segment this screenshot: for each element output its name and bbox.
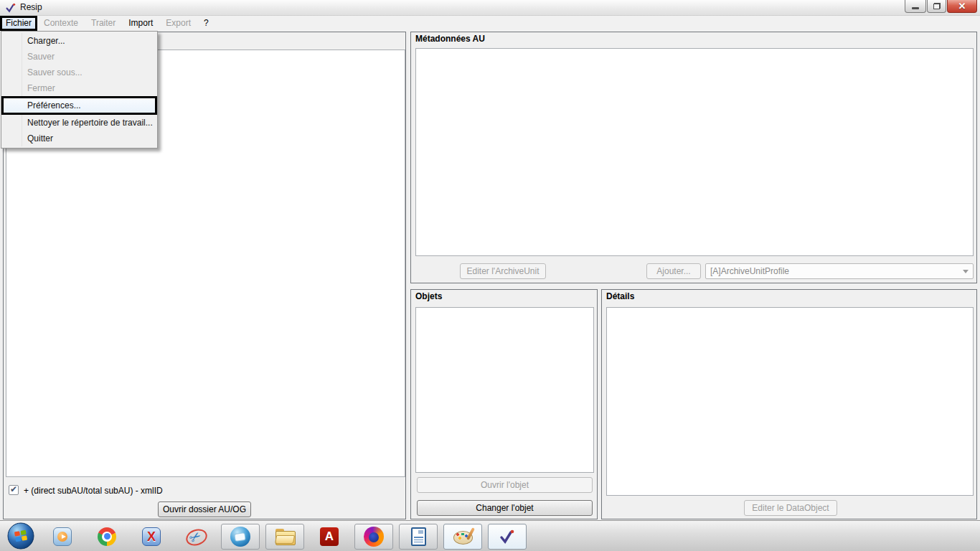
menu-export[interactable]: Export	[159, 16, 197, 31]
taskbar-paint-button[interactable]	[443, 524, 482, 550]
taskbar-chrome-button[interactable]	[88, 524, 126, 550]
resip-icon	[499, 528, 516, 545]
menu-item-charger[interactable]: Charger...	[1, 33, 157, 49]
add-button[interactable]: Ajouter...	[646, 263, 701, 279]
subau-checkbox[interactable]	[9, 485, 19, 495]
file-menu-dropdown: Charger... Sauver Sauver sous... Fermer …	[1, 31, 158, 149]
taskbar-acrobat-button[interactable]: A	[310, 524, 349, 550]
open-au-og-folder-button[interactable]: Ouvrir dossier AU/OG	[158, 501, 251, 517]
objects-list[interactable]	[415, 307, 594, 473]
close-icon: ✕	[958, 1, 966, 12]
taskbar-xapp-button[interactable]: X	[132, 524, 171, 550]
menu-import[interactable]: Import	[122, 16, 159, 31]
metadata-panel: Métadonnées AU Editer l'ArchiveUnit Ajou…	[410, 32, 977, 283]
resip-app-icon	[5, 2, 17, 14]
acrobat-reader-icon: A	[320, 527, 339, 546]
titlebar: Resip ✕	[0, 0, 980, 16]
details-view[interactable]	[606, 307, 974, 496]
edit-archiveunit-button[interactable]: Editer l'ArchiveUnit	[460, 263, 546, 279]
menu-item-sauver[interactable]: Sauver	[1, 49, 157, 65]
menu-traiter[interactable]: Traiter	[85, 16, 122, 31]
menu-item-preferences[interactable]: Préférences...	[1, 96, 157, 115]
menu-contexte[interactable]: Contexte	[37, 16, 85, 31]
open-object-button[interactable]: Ouvrir l'objet	[417, 477, 593, 493]
menu-item-quitter[interactable]: Quitter	[1, 131, 157, 146]
firefox-icon	[364, 527, 384, 547]
taskbar-firefox-button[interactable]	[354, 524, 393, 550]
taskbar-resip-button[interactable]	[488, 524, 527, 550]
details-panel: Détails Editer le DataObject	[601, 289, 977, 519]
x-app-icon: X	[142, 527, 161, 546]
menu-help[interactable]: ?	[197, 16, 215, 31]
minimize-icon	[912, 7, 919, 9]
objects-panel: Objets Ouvrir l'objet Changer l'objet	[410, 289, 598, 519]
details-panel-title: Détails	[606, 291, 634, 301]
change-object-button[interactable]: Changer l'objet	[417, 500, 593, 516]
restore-button[interactable]	[927, 0, 946, 13]
taskbar-writer-button[interactable]	[399, 524, 438, 550]
libreoffice-writer-icon	[411, 527, 426, 546]
taskbar-explorer-button[interactable]	[265, 524, 304, 550]
restore-icon	[933, 3, 941, 9]
combobox-arrow-icon	[963, 270, 969, 273]
close-button[interactable]: ✕	[947, 0, 977, 13]
metadata-editor-area[interactable]	[415, 48, 974, 256]
paint-icon	[453, 528, 473, 545]
thunderbird-icon	[230, 527, 250, 547]
start-orb-icon[interactable]	[7, 522, 34, 550]
menu-fichier[interactable]: Fichier	[0, 16, 37, 31]
desktop-screen: Resip ✕ Fichier Contexte Traiter Import …	[0, 0, 980, 551]
window-controls: ✕	[904, 0, 977, 13]
archiveunitprofile-combobox-value: [A]ArchiveUnitProfile	[710, 266, 789, 276]
windows-media-player-icon	[53, 527, 72, 546]
archiveunitprofile-combobox[interactable]: [A]ArchiveUnitProfile	[705, 263, 974, 279]
menubar: Fichier Contexte Traiter Import Export ?	[0, 16, 980, 31]
taskbar-thunderbird-button[interactable]	[221, 524, 260, 550]
edit-dataobject-button[interactable]: Editer le DataObject	[744, 500, 837, 516]
taskbar-wmp-button[interactable]	[43, 524, 82, 550]
menu-item-fermer[interactable]: Fermer	[1, 80, 157, 96]
chrome-icon	[98, 527, 116, 546]
menu-item-nettoyer[interactable]: Nettoyer le répertoire de travail...	[1, 115, 157, 131]
window-title: Resip	[20, 0, 42, 15]
minimize-button[interactable]	[905, 0, 926, 13]
objects-panel-title: Objets	[415, 291, 442, 301]
taskbar-apps: X A	[43, 522, 527, 550]
taskbar: X A FR ▲	[0, 520, 980, 551]
menu-item-sauver-sous[interactable]: Sauver sous...	[1, 65, 157, 80]
subau-checkbox-label: + (direct subAU/total subAU) - xmlID	[24, 486, 163, 496]
taskbar-snipping-button[interactable]	[176, 524, 215, 550]
snipping-tool-icon	[185, 527, 207, 546]
metadata-panel-title: Métadonnées AU	[415, 34, 485, 44]
windows-explorer-icon	[275, 528, 295, 545]
